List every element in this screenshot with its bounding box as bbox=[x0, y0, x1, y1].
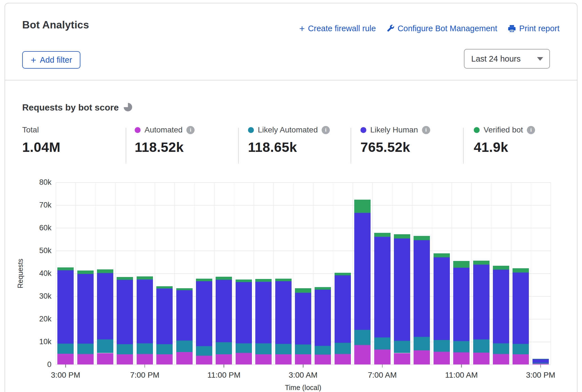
bar-segment-verified-bot[interactable] bbox=[354, 200, 371, 213]
bar-segment-verified-bot[interactable] bbox=[97, 269, 113, 273]
bar-segment-automated[interactable] bbox=[97, 353, 113, 365]
bar-segment-likely-automated[interactable] bbox=[97, 339, 113, 353]
bar-segment-likely-automated[interactable] bbox=[57, 344, 74, 354]
bar-segment-likely-human[interactable] bbox=[295, 293, 311, 344]
bar-segment-likely-automated[interactable] bbox=[275, 344, 292, 354]
bar-segment-likely-automated[interactable] bbox=[117, 344, 133, 354]
bar-segment-automated[interactable] bbox=[137, 354, 153, 364]
bar-segment-verified-bot[interactable] bbox=[196, 279, 212, 281]
bar-segment-automated[interactable] bbox=[513, 354, 529, 364]
bar-segment-automated[interactable] bbox=[255, 354, 272, 364]
bar-segment-likely-human[interactable] bbox=[335, 275, 351, 343]
bar-segment-verified-bot[interactable] bbox=[493, 266, 509, 270]
bar-segment-likely-human[interactable] bbox=[275, 281, 292, 344]
bar-segment-likely-automated[interactable] bbox=[255, 343, 272, 354]
bar-segment-likely-human[interactable] bbox=[354, 213, 371, 330]
bar-segment-likely-human[interactable] bbox=[156, 289, 173, 344]
bar-segment-likely-human[interactable] bbox=[473, 265, 489, 339]
bar-segment-likely-human[interactable] bbox=[394, 238, 410, 341]
bar-segment-likely-human[interactable] bbox=[414, 240, 430, 337]
bar-segment-verified-bot[interactable] bbox=[453, 261, 470, 267]
bar-segment-verified-bot[interactable] bbox=[176, 288, 193, 290]
bar-segment-likely-automated[interactable] bbox=[354, 330, 371, 345]
bar-segment-verified-bot[interactable] bbox=[533, 359, 549, 359]
bar-segment-likely-automated[interactable] bbox=[176, 341, 193, 352]
bar-segment-verified-bot[interactable] bbox=[315, 287, 331, 290]
bar-segment-verified-bot[interactable] bbox=[473, 261, 489, 265]
bar-segment-automated[interactable] bbox=[216, 354, 232, 364]
bar-segment-likely-human[interactable] bbox=[513, 272, 529, 344]
bar-segment-automated[interactable] bbox=[57, 354, 74, 364]
bar-segment-automated[interactable] bbox=[295, 354, 311, 364]
bar-segment-likely-human[interactable] bbox=[236, 282, 252, 344]
bar-segment-likely-human[interactable] bbox=[137, 280, 153, 344]
bar-segment-automated[interactable] bbox=[275, 354, 292, 364]
bar-segment-automated[interactable] bbox=[374, 350, 391, 364]
bar-segment-likely-human[interactable] bbox=[216, 280, 232, 342]
bar-segment-verified-bot[interactable] bbox=[216, 277, 232, 280]
bar-segment-likely-human[interactable] bbox=[255, 282, 272, 344]
bar-segment-likely-human[interactable] bbox=[176, 290, 193, 341]
bar-segment-verified-bot[interactable] bbox=[156, 286, 173, 289]
bar-segment-likely-human[interactable] bbox=[434, 257, 450, 340]
bar-segment-likely-automated[interactable] bbox=[196, 346, 212, 356]
bar-segment-automated[interactable] bbox=[493, 354, 509, 364]
bar-segment-likely-automated[interactable] bbox=[473, 339, 489, 353]
bar-segment-likely-automated[interactable] bbox=[295, 344, 311, 355]
bar-segment-likely-automated[interactable] bbox=[414, 337, 430, 350]
bar-segment-automated[interactable] bbox=[77, 354, 94, 364]
bar-segment-automated[interactable] bbox=[354, 345, 371, 364]
bar-segment-likely-automated[interactable] bbox=[137, 343, 153, 354]
bar-segment-likely-automated[interactable] bbox=[236, 343, 252, 353]
bar-segment-likely-automated[interactable] bbox=[533, 363, 549, 363]
bar-segment-likely-automated[interactable] bbox=[493, 343, 509, 354]
bar-segment-verified-bot[interactable] bbox=[335, 273, 351, 275]
bar-segment-verified-bot[interactable] bbox=[255, 279, 272, 282]
bar-segment-automated[interactable] bbox=[117, 354, 133, 364]
bar-segment-verified-bot[interactable] bbox=[513, 268, 529, 272]
bar-segment-verified-bot[interactable] bbox=[236, 280, 252, 282]
bar-segment-verified-bot[interactable] bbox=[57, 267, 74, 271]
bar-segment-likely-automated[interactable] bbox=[434, 340, 450, 352]
bar-segment-likely-automated[interactable] bbox=[394, 341, 410, 353]
bar-segment-automated[interactable] bbox=[196, 356, 212, 364]
bar-segment-likely-human[interactable] bbox=[453, 268, 470, 341]
bar-segment-likely-human[interactable] bbox=[117, 280, 133, 344]
bar-segment-automated[interactable] bbox=[453, 352, 470, 364]
bar-segment-likely-automated[interactable] bbox=[513, 344, 529, 354]
bar-segment-likely-automated[interactable] bbox=[315, 346, 331, 355]
bar-segment-automated[interactable] bbox=[434, 352, 450, 364]
bar-segment-automated[interactable] bbox=[414, 350, 430, 364]
bar-segment-likely-automated[interactable] bbox=[77, 344, 94, 354]
bar-segment-likely-automated[interactable] bbox=[156, 344, 173, 354]
bar-segment-likely-human[interactable] bbox=[196, 281, 212, 346]
bar-segment-likely-automated[interactable] bbox=[453, 341, 470, 352]
bar-segment-likely-automated[interactable] bbox=[335, 343, 351, 354]
bar-segment-verified-bot[interactable] bbox=[117, 277, 133, 280]
bar-segment-verified-bot[interactable] bbox=[374, 233, 391, 237]
bar-segment-likely-automated[interactable] bbox=[374, 337, 391, 350]
bar-segment-automated[interactable] bbox=[473, 353, 489, 364]
bar-segment-likely-human[interactable] bbox=[493, 270, 509, 343]
bar-segment-automated[interactable] bbox=[335, 354, 351, 364]
bar-segment-verified-bot[interactable] bbox=[414, 236, 430, 240]
bar-segment-verified-bot[interactable] bbox=[295, 288, 311, 292]
bar-segment-verified-bot[interactable] bbox=[77, 271, 94, 274]
bar-segment-automated[interactable] bbox=[156, 354, 173, 364]
bot-analytics-card: Bot Analytics + Create firewall rule Con… bbox=[4, 3, 578, 392]
bar-segment-likely-human[interactable] bbox=[97, 273, 113, 339]
bar-segment-verified-bot[interactable] bbox=[434, 253, 450, 258]
bar-segment-automated[interactable] bbox=[315, 355, 331, 364]
bar-segment-automated[interactable] bbox=[236, 353, 252, 364]
bar-segment-likely-automated[interactable] bbox=[216, 342, 232, 355]
bar-segment-likely-human[interactable] bbox=[315, 290, 331, 346]
bar-segment-verified-bot[interactable] bbox=[394, 234, 410, 238]
bar-segment-automated[interactable] bbox=[394, 353, 410, 365]
bar-segment-verified-bot[interactable] bbox=[137, 276, 153, 280]
bar-segment-likely-human[interactable] bbox=[77, 274, 94, 344]
bar-segment-likely-human[interactable] bbox=[374, 237, 391, 337]
bar-segment-likely-human[interactable] bbox=[57, 270, 74, 344]
bar-segment-automated[interactable] bbox=[176, 352, 193, 364]
bar-segment-likely-human[interactable] bbox=[533, 359, 549, 363]
bar-segment-verified-bot[interactable] bbox=[275, 279, 292, 281]
